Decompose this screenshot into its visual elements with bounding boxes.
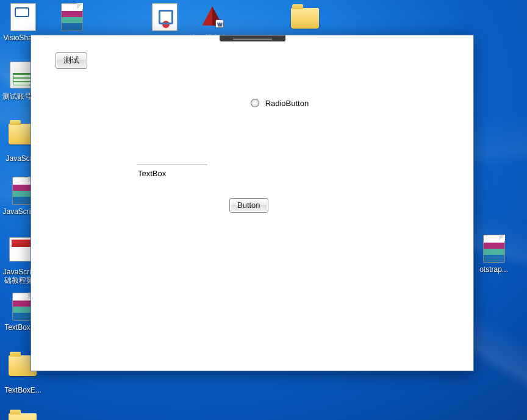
radiobutton-label: RadioButton bbox=[265, 99, 309, 108]
vsd-icon bbox=[9, 3, 38, 32]
desktop-icon-bootstrap[interactable]: otstrap... bbox=[471, 233, 517, 274]
main-button[interactable]: Button bbox=[229, 198, 268, 213]
desktop-icon-label: TextBoxE... bbox=[0, 386, 46, 394]
autocad-icon: W bbox=[198, 3, 227, 32]
radiobutton[interactable]: RadioButton bbox=[251, 99, 309, 108]
textbox[interactable] bbox=[137, 165, 207, 179]
folder-icon bbox=[291, 8, 320, 37]
textbox-underline bbox=[137, 165, 207, 165]
rar-icon bbox=[57, 3, 87, 32]
radio-icon bbox=[251, 99, 259, 107]
window-grip[interactable] bbox=[220, 35, 285, 41]
desktop-icon-label: otstrap... bbox=[471, 265, 517, 274]
app-window: 测试 RadioButton Button bbox=[30, 35, 474, 371]
folder-icon bbox=[9, 413, 38, 420]
rar-icon bbox=[479, 235, 509, 264]
svg-text:W: W bbox=[217, 22, 222, 27]
test-button[interactable]: 测试 bbox=[56, 52, 87, 69]
textbox-input[interactable] bbox=[137, 168, 210, 179]
lice-icon bbox=[150, 3, 179, 32]
desktop-icon-folder-r[interactable] bbox=[0, 407, 46, 420]
